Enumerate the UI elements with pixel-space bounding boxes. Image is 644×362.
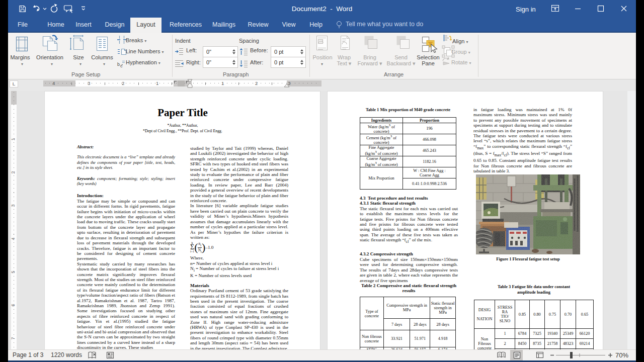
svg-text:c: c [120,63,123,68]
svg-text:b: b [117,62,120,67]
